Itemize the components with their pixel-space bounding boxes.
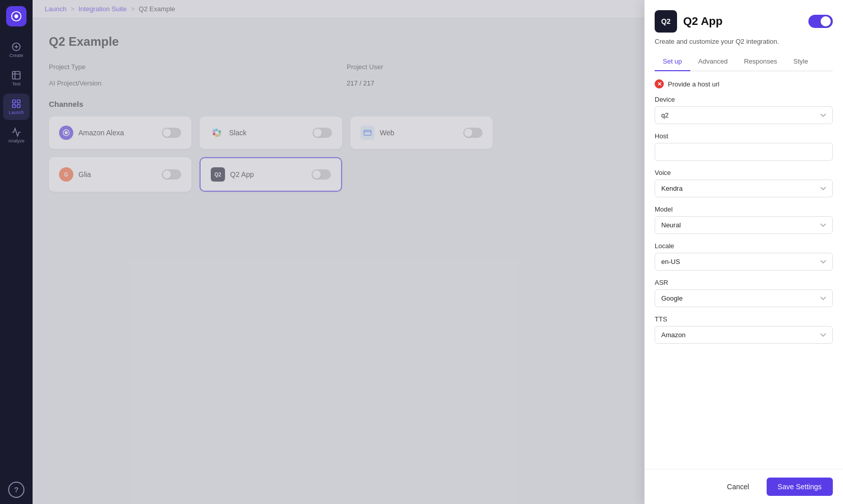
svg-rect-8 [17, 105, 20, 108]
sidebar-item-test-label: Test [12, 81, 21, 86]
form-group-asr: ASR Google [655, 279, 833, 307]
panel-enable-toggle[interactable] [808, 15, 833, 28]
asr-select[interactable]: Google [655, 289, 833, 307]
test-icon [11, 70, 21, 80]
tab-responses[interactable]: Responses [736, 52, 785, 71]
tab-style[interactable]: Style [785, 52, 816, 71]
voice-select[interactable]: Kendra [655, 180, 833, 197]
panel-title-area: Q2 Q2 App [655, 10, 722, 33]
asr-label: ASR [655, 279, 833, 286]
sidebar-item-create-label: Create [9, 53, 23, 58]
error-icon: ✕ [655, 79, 664, 88]
form-group-model: Model Neural [655, 205, 833, 234]
form-group-voice: Voice Kendra [655, 169, 833, 197]
main-area: Launch > Integration Suite > Q2 Example … [33, 0, 644, 504]
device-label: Device [655, 96, 833, 103]
sidebar-item-analyze[interactable]: Analyze [3, 122, 30, 149]
cancel-button[interactable]: Cancel [716, 478, 761, 496]
svg-point-1 [14, 14, 18, 18]
device-select[interactable]: q2 [655, 106, 833, 124]
sidebar-item-launch-label: Launch [9, 110, 24, 115]
tab-setup[interactable]: Set up [655, 52, 690, 71]
sidebar-item-test[interactable]: Test [3, 65, 30, 92]
launch-icon [11, 99, 21, 109]
sidebar-item-launch[interactable]: Launch [3, 94, 30, 120]
form-group-device: Device q2 [655, 96, 833, 124]
form-group-locale: Locale en-US [655, 242, 833, 271]
help-button[interactable]: ? [8, 482, 24, 498]
panel-tabs: Set up Advanced Responses Style [655, 52, 833, 71]
model-select[interactable]: Neural [655, 216, 833, 234]
host-input[interactable] [655, 143, 833, 161]
form-group-host: Host [655, 132, 833, 161]
overlay [33, 0, 644, 504]
panel-app-icon: Q2 [655, 10, 677, 33]
locale-select[interactable]: en-US [655, 253, 833, 271]
form-group-tts: TTS Amazon [655, 315, 833, 344]
locale-label: Locale [655, 242, 833, 250]
svg-rect-6 [17, 100, 20, 103]
sidebar-item-analyze-label: Analyze [8, 138, 24, 143]
model-label: Model [655, 205, 833, 213]
save-settings-button[interactable]: Save Settings [767, 478, 833, 496]
panel-subtitle: Create and customize your Q2 integration… [644, 33, 843, 45]
app-logo[interactable] [6, 6, 26, 26]
tts-select[interactable]: Amazon [655, 326, 833, 344]
tts-label: TTS [655, 315, 833, 323]
analyze-icon [11, 127, 21, 137]
error-row: ✕ Provide a host url [655, 79, 833, 88]
create-icon [11, 42, 21, 52]
sidebar-item-create[interactable]: Create [3, 37, 30, 63]
panel-footer: Cancel Save Settings [644, 469, 843, 504]
error-text: Provide a host url [668, 80, 719, 88]
svg-rect-7 [13, 105, 16, 108]
logo-icon [11, 11, 22, 22]
svg-rect-5 [13, 100, 16, 103]
panel-header: Q2 Q2 App [644, 0, 843, 33]
host-label: Host [655, 132, 833, 140]
tab-advanced[interactable]: Advanced [690, 52, 736, 71]
panel-title: Q2 App [683, 15, 722, 28]
sidebar: Create Test Launch Analyze ? [0, 0, 33, 504]
right-panel: Q2 Q2 App Create and customize your Q2 i… [644, 0, 843, 504]
voice-label: Voice [655, 169, 833, 176]
panel-body: ✕ Provide a host url Device q2 Host Voic… [644, 71, 843, 469]
